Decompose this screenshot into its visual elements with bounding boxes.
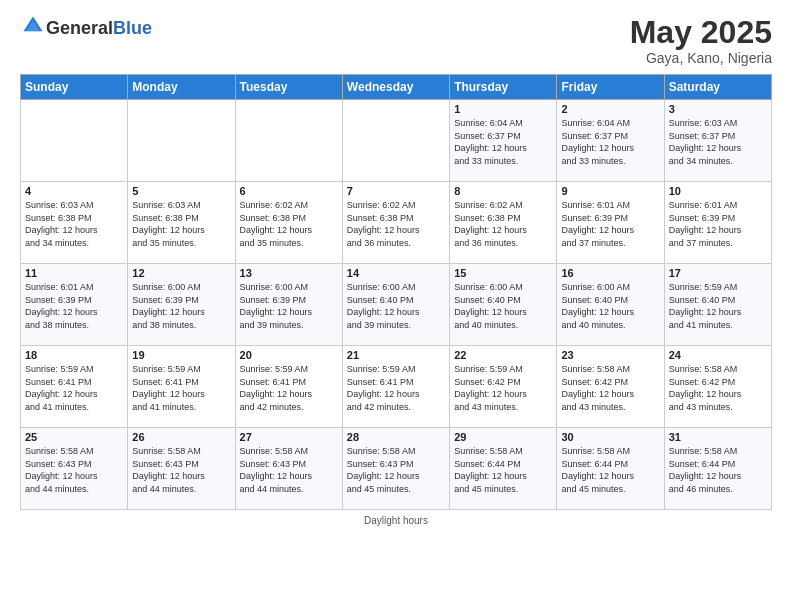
calendar-cell: 31Sunrise: 5:58 AM Sunset: 6:44 PM Dayli…	[664, 428, 771, 510]
day-header-monday: Monday	[128, 75, 235, 100]
day-info: Sunrise: 5:59 AM Sunset: 6:42 PM Dayligh…	[454, 363, 552, 413]
day-number: 27	[240, 431, 338, 443]
logo-icon	[22, 15, 44, 37]
day-number: 21	[347, 349, 445, 361]
day-number: 15	[454, 267, 552, 279]
day-info: Sunrise: 5:58 AM Sunset: 6:44 PM Dayligh…	[669, 445, 767, 495]
calendar-cell	[21, 100, 128, 182]
day-number: 16	[561, 267, 659, 279]
day-number: 18	[25, 349, 123, 361]
header-row: SundayMondayTuesdayWednesdayThursdayFrid…	[21, 75, 772, 100]
day-info: Sunrise: 6:04 AM Sunset: 6:37 PM Dayligh…	[561, 117, 659, 167]
day-info: Sunrise: 5:59 AM Sunset: 6:41 PM Dayligh…	[25, 363, 123, 413]
calendar-cell	[235, 100, 342, 182]
day-info: Sunrise: 6:01 AM Sunset: 6:39 PM Dayligh…	[561, 199, 659, 249]
day-header-tuesday: Tuesday	[235, 75, 342, 100]
day-info: Sunrise: 5:58 AM Sunset: 6:42 PM Dayligh…	[669, 363, 767, 413]
day-number: 1	[454, 103, 552, 115]
day-number: 26	[132, 431, 230, 443]
day-number: 24	[669, 349, 767, 361]
logo-general-text: General	[46, 19, 113, 37]
calendar-cell: 26Sunrise: 5:58 AM Sunset: 6:43 PM Dayli…	[128, 428, 235, 510]
calendar-cell: 30Sunrise: 5:58 AM Sunset: 6:44 PM Dayli…	[557, 428, 664, 510]
calendar-cell: 7Sunrise: 6:02 AM Sunset: 6:38 PM Daylig…	[342, 182, 449, 264]
day-number: 5	[132, 185, 230, 197]
calendar-cell: 17Sunrise: 5:59 AM Sunset: 6:40 PM Dayli…	[664, 264, 771, 346]
day-info: Sunrise: 6:02 AM Sunset: 6:38 PM Dayligh…	[240, 199, 338, 249]
day-info: Sunrise: 5:59 AM Sunset: 6:41 PM Dayligh…	[347, 363, 445, 413]
calendar-cell: 8Sunrise: 6:02 AM Sunset: 6:38 PM Daylig…	[450, 182, 557, 264]
month-title: May 2025	[630, 15, 772, 50]
day-number: 31	[669, 431, 767, 443]
week-row-1: 1Sunrise: 6:04 AM Sunset: 6:37 PM Daylig…	[21, 100, 772, 182]
day-info: Sunrise: 6:00 AM Sunset: 6:40 PM Dayligh…	[454, 281, 552, 331]
footer: Daylight hours	[20, 515, 772, 526]
day-number: 22	[454, 349, 552, 361]
day-info: Sunrise: 5:58 AM Sunset: 6:43 PM Dayligh…	[132, 445, 230, 495]
calendar-cell	[342, 100, 449, 182]
week-row-5: 25Sunrise: 5:58 AM Sunset: 6:43 PM Dayli…	[21, 428, 772, 510]
day-number: 2	[561, 103, 659, 115]
calendar-table: SundayMondayTuesdayWednesdayThursdayFrid…	[20, 74, 772, 510]
calendar-cell: 5Sunrise: 6:03 AM Sunset: 6:38 PM Daylig…	[128, 182, 235, 264]
day-header-saturday: Saturday	[664, 75, 771, 100]
day-number: 6	[240, 185, 338, 197]
day-number: 8	[454, 185, 552, 197]
logo: GeneralBlue	[20, 15, 152, 41]
day-number: 9	[561, 185, 659, 197]
calendar-cell: 12Sunrise: 6:00 AM Sunset: 6:39 PM Dayli…	[128, 264, 235, 346]
day-info: Sunrise: 6:03 AM Sunset: 6:37 PM Dayligh…	[669, 117, 767, 167]
week-row-3: 11Sunrise: 6:01 AM Sunset: 6:39 PM Dayli…	[21, 264, 772, 346]
calendar-cell: 24Sunrise: 5:58 AM Sunset: 6:42 PM Dayli…	[664, 346, 771, 428]
location: Gaya, Kano, Nigeria	[630, 50, 772, 66]
day-info: Sunrise: 5:58 AM Sunset: 6:43 PM Dayligh…	[240, 445, 338, 495]
day-info: Sunrise: 6:04 AM Sunset: 6:37 PM Dayligh…	[454, 117, 552, 167]
calendar-cell: 29Sunrise: 5:58 AM Sunset: 6:44 PM Dayli…	[450, 428, 557, 510]
day-number: 10	[669, 185, 767, 197]
day-header-sunday: Sunday	[21, 75, 128, 100]
day-number: 19	[132, 349, 230, 361]
day-number: 11	[25, 267, 123, 279]
day-info: Sunrise: 5:58 AM Sunset: 6:42 PM Dayligh…	[561, 363, 659, 413]
calendar-cell: 16Sunrise: 6:00 AM Sunset: 6:40 PM Dayli…	[557, 264, 664, 346]
calendar-cell: 21Sunrise: 5:59 AM Sunset: 6:41 PM Dayli…	[342, 346, 449, 428]
calendar-cell: 27Sunrise: 5:58 AM Sunset: 6:43 PM Dayli…	[235, 428, 342, 510]
day-number: 17	[669, 267, 767, 279]
day-info: Sunrise: 5:58 AM Sunset: 6:44 PM Dayligh…	[454, 445, 552, 495]
day-number: 23	[561, 349, 659, 361]
day-number: 28	[347, 431, 445, 443]
calendar-cell: 28Sunrise: 5:58 AM Sunset: 6:43 PM Dayli…	[342, 428, 449, 510]
calendar-cell: 18Sunrise: 5:59 AM Sunset: 6:41 PM Dayli…	[21, 346, 128, 428]
day-info: Sunrise: 5:58 AM Sunset: 6:43 PM Dayligh…	[25, 445, 123, 495]
day-info: Sunrise: 6:00 AM Sunset: 6:40 PM Dayligh…	[561, 281, 659, 331]
calendar-cell: 1Sunrise: 6:04 AM Sunset: 6:37 PM Daylig…	[450, 100, 557, 182]
logo-blue-text: Blue	[113, 19, 152, 37]
day-number: 29	[454, 431, 552, 443]
day-number: 25	[25, 431, 123, 443]
calendar-cell: 2Sunrise: 6:04 AM Sunset: 6:37 PM Daylig…	[557, 100, 664, 182]
calendar-cell: 9Sunrise: 6:01 AM Sunset: 6:39 PM Daylig…	[557, 182, 664, 264]
header: GeneralBlue May 2025 Gaya, Kano, Nigeria	[20, 15, 772, 66]
calendar-cell: 3Sunrise: 6:03 AM Sunset: 6:37 PM Daylig…	[664, 100, 771, 182]
day-info: Sunrise: 6:02 AM Sunset: 6:38 PM Dayligh…	[347, 199, 445, 249]
day-number: 4	[25, 185, 123, 197]
calendar-cell: 20Sunrise: 5:59 AM Sunset: 6:41 PM Dayli…	[235, 346, 342, 428]
week-row-4: 18Sunrise: 5:59 AM Sunset: 6:41 PM Dayli…	[21, 346, 772, 428]
day-number: 3	[669, 103, 767, 115]
day-info: Sunrise: 6:00 AM Sunset: 6:40 PM Dayligh…	[347, 281, 445, 331]
day-info: Sunrise: 6:01 AM Sunset: 6:39 PM Dayligh…	[669, 199, 767, 249]
day-header-friday: Friday	[557, 75, 664, 100]
day-header-thursday: Thursday	[450, 75, 557, 100]
calendar-cell: 22Sunrise: 5:59 AM Sunset: 6:42 PM Dayli…	[450, 346, 557, 428]
day-number: 7	[347, 185, 445, 197]
calendar-cell: 13Sunrise: 6:00 AM Sunset: 6:39 PM Dayli…	[235, 264, 342, 346]
calendar-cell: 25Sunrise: 5:58 AM Sunset: 6:43 PM Dayli…	[21, 428, 128, 510]
page: GeneralBlue May 2025 Gaya, Kano, Nigeria…	[0, 0, 792, 612]
calendar-cell: 6Sunrise: 6:02 AM Sunset: 6:38 PM Daylig…	[235, 182, 342, 264]
week-row-2: 4Sunrise: 6:03 AM Sunset: 6:38 PM Daylig…	[21, 182, 772, 264]
day-number: 14	[347, 267, 445, 279]
day-number: 13	[240, 267, 338, 279]
day-info: Sunrise: 6:03 AM Sunset: 6:38 PM Dayligh…	[25, 199, 123, 249]
daylight-label: Daylight hours	[364, 515, 428, 526]
day-info: Sunrise: 6:01 AM Sunset: 6:39 PM Dayligh…	[25, 281, 123, 331]
